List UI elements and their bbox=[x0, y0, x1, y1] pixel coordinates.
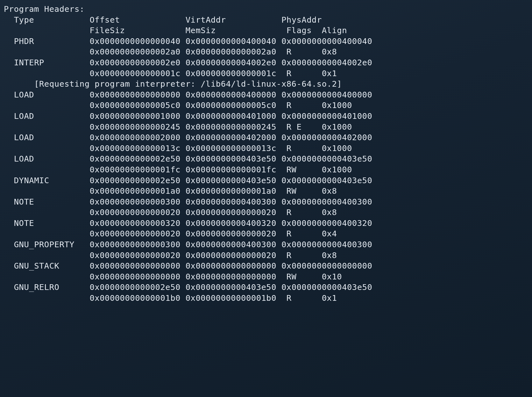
ph-flags: RW bbox=[287, 272, 322, 281]
ph-flags: R bbox=[287, 100, 322, 110]
ph-align: 0x8 bbox=[322, 207, 337, 217]
ph-virtaddr: 0x0000000000400040 bbox=[186, 36, 281, 46]
ph-virtaddr: 0x0000000000402000 bbox=[186, 133, 281, 142]
ph-memsiz: 0x000000000000001c bbox=[186, 69, 281, 78]
ph-offset: 0x0000000000001000 bbox=[90, 111, 186, 121]
ph-offset: 0x0000000000000000 bbox=[90, 261, 186, 271]
ph-flags: RW bbox=[287, 165, 322, 174]
ph-virtaddr: 0x0000000000400000 bbox=[186, 90, 281, 99]
ph-type: GNU_RELRO bbox=[14, 282, 90, 292]
ph-virtaddr: 0x0000000000400300 bbox=[186, 240, 281, 249]
ph-align: 0x8 bbox=[322, 250, 337, 260]
ph-flags: R bbox=[287, 207, 322, 217]
ph-memsiz: 0x00000000000001fc bbox=[186, 165, 281, 174]
ph-align: 0x1000 bbox=[322, 100, 352, 110]
ph-flags: R bbox=[287, 143, 322, 153]
ph-physaddr: 0x0000000000400040 bbox=[281, 36, 372, 46]
ph-virtaddr: 0x0000000000403e50 bbox=[186, 154, 281, 163]
ph-offset: 0x0000000000000300 bbox=[90, 240, 186, 249]
ph-type: LOAD bbox=[14, 111, 90, 121]
ph-virtaddr: 0x0000000000403e50 bbox=[186, 176, 281, 185]
ph-filesiz: 0x0000000000000020 bbox=[90, 229, 186, 238]
ph-filesiz: 0x00000000000001fc bbox=[90, 165, 186, 174]
ph-virtaddr: 0x0000000000400300 bbox=[186, 197, 281, 206]
ph-physaddr: 0x0000000000000000 bbox=[281, 261, 372, 271]
col-header-virtaddr: VirtAddr bbox=[186, 15, 281, 25]
ph-flags: R bbox=[287, 250, 322, 260]
ph-filesiz: 0x000000000000013c bbox=[90, 143, 186, 153]
ph-flags: R bbox=[287, 69, 322, 78]
ph-filesiz: 0x0000000000000245 bbox=[90, 122, 186, 132]
ph-flags: RW bbox=[287, 186, 322, 196]
ph-align: 0x10 bbox=[322, 272, 342, 281]
ph-offset: 0x0000000000000300 bbox=[90, 197, 186, 206]
ph-virtaddr: 0x00000000004002e0 bbox=[186, 58, 281, 67]
col-header-type: Type bbox=[14, 15, 90, 25]
ph-memsiz: 0x0000000000000020 bbox=[186, 250, 281, 260]
ph-physaddr: 0x0000000000400300 bbox=[281, 197, 372, 206]
ph-offset: 0x0000000000002e50 bbox=[90, 176, 186, 185]
ph-type: LOAD bbox=[14, 90, 90, 99]
ph-physaddr: 0x0000000000400320 bbox=[281, 218, 372, 228]
ph-physaddr: 0x0000000000402000 bbox=[281, 133, 372, 142]
ph-flags: R bbox=[287, 229, 322, 238]
ph-filesiz: 0x0000000000000020 bbox=[90, 250, 186, 260]
col-header-flags: Flags bbox=[287, 25, 322, 35]
ph-filesiz: 0x000000000000001c bbox=[90, 69, 186, 78]
ph-virtaddr: 0x0000000000000000 bbox=[186, 261, 281, 271]
ph-type: LOAD bbox=[14, 133, 90, 142]
ph-offset: 0x0000000000000320 bbox=[90, 218, 186, 228]
ph-filesiz: 0x0000000000000020 bbox=[90, 207, 186, 217]
section-title: Program Headers: bbox=[4, 4, 85, 14]
ph-physaddr: 0x00000000004002e0 bbox=[281, 58, 372, 67]
ph-memsiz: 0x0000000000000245 bbox=[186, 122, 281, 132]
ph-align: 0x8 bbox=[322, 47, 337, 56]
ph-type: NOTE bbox=[14, 218, 90, 228]
ph-memsiz: 0x000000000000013c bbox=[186, 143, 281, 153]
interp-note: [Requesting program interpreter: /lib64/… bbox=[34, 79, 342, 89]
ph-type: INTERP bbox=[14, 58, 90, 67]
ph-physaddr: 0x0000000000403e50 bbox=[281, 154, 372, 163]
ph-memsiz: 0x0000000000000020 bbox=[186, 229, 281, 238]
ph-type: NOTE bbox=[14, 197, 90, 206]
ph-align: 0x1000 bbox=[322, 165, 352, 174]
ph-offset: 0x0000000000000000 bbox=[90, 90, 186, 99]
ph-virtaddr: 0x0000000000400320 bbox=[186, 218, 281, 228]
ph-type: GNU_PROPERTY bbox=[14, 240, 90, 249]
ph-memsiz: 0x0000000000000000 bbox=[186, 272, 281, 281]
ph-offset: 0x0000000000002e50 bbox=[90, 154, 186, 163]
ph-physaddr: 0x0000000000403e50 bbox=[281, 282, 372, 292]
ph-align: 0x8 bbox=[322, 186, 337, 196]
ph-physaddr: 0x0000000000400000 bbox=[281, 90, 372, 99]
ph-filesiz: 0x0000000000000000 bbox=[90, 272, 186, 281]
ph-memsiz: 0x0000000000000020 bbox=[186, 207, 281, 217]
ph-filesiz: 0x00000000000001b0 bbox=[90, 293, 186, 303]
ph-align: 0x4 bbox=[322, 229, 337, 238]
ph-flags: R bbox=[287, 47, 322, 56]
ph-physaddr: 0x0000000000400300 bbox=[281, 240, 372, 249]
col-header-filesiz: FileSiz bbox=[90, 25, 186, 35]
terminal-output: Program Headers: Type Offset VirtAddr Ph… bbox=[0, 0, 532, 304]
ph-virtaddr: 0x0000000000403e50 bbox=[186, 282, 281, 292]
col-header-memsiz: MemSiz bbox=[186, 25, 281, 35]
ph-filesiz: 0x00000000000001a0 bbox=[90, 186, 186, 196]
ph-offset: 0x0000000000000040 bbox=[90, 36, 186, 46]
ph-type: DYNAMIC bbox=[14, 176, 90, 185]
ph-virtaddr: 0x0000000000401000 bbox=[186, 111, 281, 121]
ph-align: 0x1 bbox=[322, 69, 337, 78]
ph-type: PHDR bbox=[14, 36, 90, 46]
col-header-physaddr: PhysAddr bbox=[281, 15, 322, 25]
ph-filesiz: 0x00000000000002a0 bbox=[90, 47, 186, 56]
ph-physaddr: 0x0000000000401000 bbox=[281, 111, 372, 121]
ph-offset: 0x0000000000002000 bbox=[90, 133, 186, 142]
col-header-offset: Offset bbox=[90, 15, 186, 25]
ph-align: 0x1000 bbox=[322, 122, 352, 132]
ph-flags: R bbox=[287, 293, 322, 303]
ph-offset: 0x00000000000002e0 bbox=[90, 58, 186, 67]
ph-type: LOAD bbox=[14, 154, 90, 163]
ph-align: 0x1000 bbox=[322, 143, 352, 153]
col-header-align: Align bbox=[322, 25, 347, 35]
ph-memsiz: 0x00000000000005c0 bbox=[186, 100, 281, 110]
ph-type: GNU_STACK bbox=[14, 261, 90, 271]
ph-align: 0x1 bbox=[322, 293, 337, 303]
